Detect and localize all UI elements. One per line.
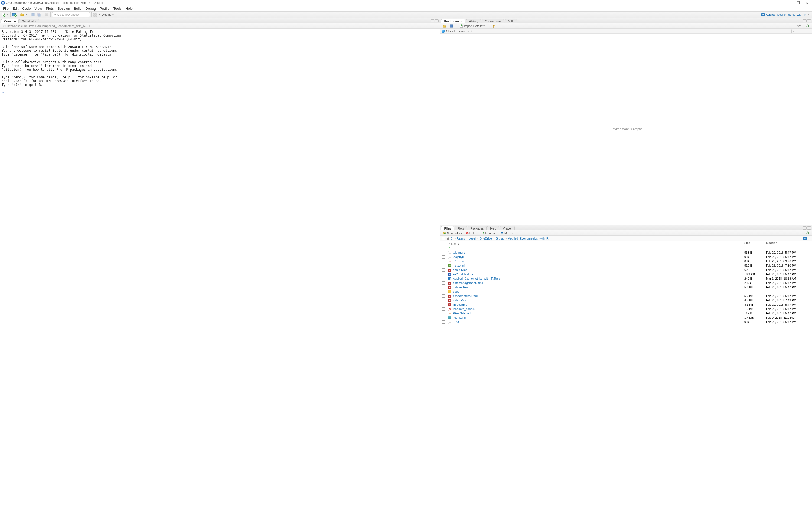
tab-viewer[interactable]: Viewer [500, 226, 515, 230]
file-link[interactable]: index.Rmd [453, 299, 467, 302]
home-icon[interactable] [447, 237, 450, 240]
menu-build[interactable]: Build [72, 6, 84, 11]
tab-build[interactable]: Build [505, 19, 517, 23]
menu-tools[interactable]: Tools [112, 6, 124, 11]
save-all-button[interactable] [36, 12, 41, 17]
file-row[interactable]: ▭.gitignore563 BFeb 20, 2018, 5:47 PM [440, 250, 812, 255]
file-checkbox[interactable] [442, 303, 445, 306]
file-link[interactable]: about.Rmd [453, 268, 467, 272]
delete-button[interactable]: Delete [465, 231, 479, 235]
clear-workspace-button[interactable] [491, 24, 497, 28]
dropdown-icon[interactable]: ▾ [473, 30, 474, 32]
save-button[interactable] [31, 12, 36, 17]
file-link[interactable]: Test4.png [453, 316, 466, 319]
breadcrumb-item[interactable]: Github [496, 237, 505, 240]
print-button[interactable] [44, 12, 49, 17]
col-modified[interactable]: Modified [766, 241, 777, 245]
file-row[interactable]: ●index.Rmd4.7 KBFeb 28, 2018, 7:49 PM [440, 298, 812, 302]
load-workspace-button[interactable] [441, 24, 447, 28]
dropdown-icon[interactable]: ▼ [25, 14, 27, 16]
file-checkbox[interactable] [442, 273, 445, 276]
file-checkbox[interactable] [442, 286, 445, 289]
file-checkbox[interactable] [442, 277, 445, 280]
tab-help[interactable]: Help [487, 226, 499, 230]
refresh-button[interactable] [805, 24, 810, 28]
file-row[interactable]: ≡_site.yml510 BFeb 28, 2018, 7:50 PM [440, 264, 812, 268]
file-checkbox[interactable] [442, 251, 445, 254]
goto-proj-dir-icon[interactable]: R [803, 237, 807, 240]
file-link[interactable]: loaddata_soep.R [453, 307, 475, 310]
file-checkbox[interactable] [442, 255, 445, 258]
goto-file-function-input[interactable]: Go to file/function [52, 12, 90, 17]
file-link[interactable]: linreg.Rmd [453, 303, 467, 306]
file-link[interactable]: .Rhistory [453, 259, 464, 263]
menu-session[interactable]: Session [56, 6, 72, 11]
file-row[interactable]: Rloaddata_soep.R1.9 KBFeb 20, 2018, 5:47… [440, 307, 812, 311]
file-row[interactable]: ▭TRUE0 BFeb 20, 2018, 5:47 PM [440, 320, 812, 324]
tab-history[interactable]: History [466, 19, 481, 23]
file-checkbox[interactable] [442, 259, 445, 263]
close-icon[interactable]: × [35, 20, 36, 23]
breadcrumb-item[interactable]: C: [450, 237, 453, 240]
file-link[interactable]: .nojekyll [453, 255, 464, 258]
file-row[interactable]: MREADME.md112 BFeb 20, 2018, 5:47 PM [440, 311, 812, 315]
file-checkbox[interactable] [442, 281, 445, 285]
breadcrumb-item[interactable]: Users [457, 237, 465, 240]
file-row[interactable]: ●linreg.Rmd8.3 KBFeb 20, 2018, 5:47 PM [440, 302, 812, 307]
refresh-files-button[interactable] [805, 231, 810, 235]
goto-dir-icon[interactable] [88, 25, 91, 28]
menu-code[interactable]: Code [20, 6, 33, 11]
addins-button[interactable]: Addins ▼ [101, 13, 115, 16]
minimize-pane-button[interactable] [803, 226, 807, 230]
file-link[interactable]: .gitignore [453, 251, 465, 254]
col-name[interactable]: Name [451, 242, 459, 245]
env-search-input[interactable] [791, 29, 810, 33]
file-row[interactable]: ●datamanagement.Rmd2 KBFeb 20, 2018, 5:4… [440, 281, 812, 285]
open-file-button[interactable] [20, 12, 25, 17]
new-folder-button[interactable]: New Folder [441, 231, 463, 235]
tools-grid-button[interactable] [93, 12, 98, 17]
file-checkbox[interactable] [442, 299, 445, 302]
tab-plots[interactable]: Plots [455, 226, 467, 230]
file-row[interactable]: ▭.nojekyll0 BFeb 20, 2018, 5:47 PM [440, 255, 812, 259]
file-checkbox[interactable] [442, 312, 445, 315]
file-checkbox[interactable] [442, 316, 445, 319]
maximize-pane-button[interactable] [807, 226, 811, 230]
rename-button[interactable]: Rename [481, 231, 498, 235]
file-checkbox[interactable] [442, 264, 445, 267]
dropdown-icon[interactable]: ▼ [98, 14, 101, 16]
minimize-pane-button[interactable] [431, 19, 434, 22]
file-link[interactable]: README.md [453, 312, 470, 315]
file-link[interactable]: _site.yml [453, 264, 464, 267]
file-link[interactable]: TRUE [453, 320, 461, 324]
more-path-button[interactable]: … [807, 237, 810, 240]
file-row[interactable]: ●about.Rmd62 BFeb 20, 2018, 5:47 PM [440, 268, 812, 272]
file-row[interactable]: RApplied_Econometrics_with_R.Rproj240 BM… [440, 276, 812, 281]
breadcrumb-item[interactable]: besel [469, 237, 476, 240]
maximize-button[interactable]: ❐ [796, 1, 800, 5]
view-mode-button[interactable]: List ▾ [790, 24, 802, 28]
file-row[interactable]: docs [440, 289, 812, 294]
project-selector[interactable]: R Applied_Econometrics_with_R ▼ [761, 13, 811, 16]
tab-environment[interactable]: Environment [441, 19, 465, 23]
console-output[interactable]: R version 3.4.3 (2017-11-30) -- "Kite-Ea… [0, 29, 440, 523]
menu-view[interactable]: View [33, 6, 44, 11]
minimize-button[interactable]: — [788, 1, 791, 5]
tab-terminal[interactable]: Terminal× [19, 19, 39, 23]
file-link[interactable]: dataviz.Rmd [453, 286, 469, 289]
file-row[interactable]: WAPA Table.docx16.9 KBFeb 20, 2018, 5:47… [440, 272, 812, 276]
dropdown-icon[interactable]: ▼ [7, 14, 9, 16]
file-row[interactable]: ●econometrics.Rmd5.2 KBFeb 20, 2018, 5:4… [440, 294, 812, 298]
maximize-pane-button[interactable] [807, 19, 811, 22]
maximize-pane-button[interactable] [435, 19, 439, 22]
file-link[interactable]: datamanagement.Rmd [453, 281, 483, 285]
menu-edit[interactable]: Edit [11, 6, 20, 11]
new-file-button[interactable] [1, 12, 6, 17]
file-link[interactable]: APA Table.docx [453, 273, 473, 276]
tab-files[interactable]: Files [441, 226, 454, 230]
file-link[interactable]: Applied_Econometrics_with_R.Rproj [453, 277, 501, 280]
sort-asc-icon[interactable]: ▲ [448, 242, 450, 245]
file-checkbox[interactable] [442, 320, 445, 324]
more-button[interactable]: More ▾ [499, 231, 514, 235]
tab-connections[interactable]: Connections [482, 19, 504, 23]
